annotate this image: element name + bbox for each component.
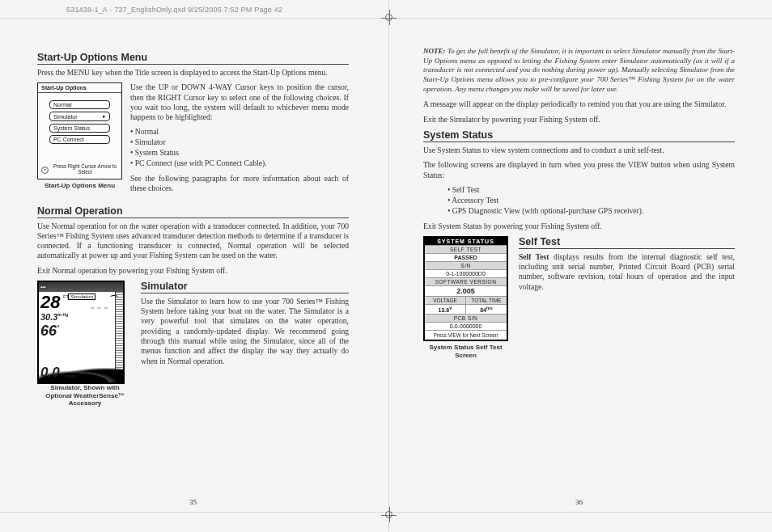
startup-option-normal: Normal: [49, 100, 110, 109]
crop-register-bottom: [385, 511, 392, 518]
cursor-icon: •: [41, 167, 49, 174]
self-test-bold-lead: Self Test: [519, 252, 549, 261]
self-test-pcb-label: PCB S/N: [425, 314, 507, 322]
sim-depth: 28: [40, 292, 60, 313]
bullet-text: GPS Diagnostic View (with optional-purch…: [452, 206, 644, 215]
self-test-time-label: TOTAL TIME: [466, 296, 507, 304]
startup-option-label: System Status: [53, 125, 90, 131]
figure-caption-selftest: System Status Self Test Screen: [423, 344, 508, 359]
self-test-para-text: displays results from the internal diagn…: [519, 252, 735, 291]
document-slug: 531438-1_A - 737_EnglishOnly.qxd 9/25/20…: [66, 6, 282, 14]
bullet-text: Normal: [135, 127, 159, 136]
bullet-item: • GPS Diagnostic View (with optional-pur…: [448, 206, 735, 217]
bullet-item: • Accessory Test: [448, 196, 735, 206]
figure-startup-menu: Start-Up Options Normal Simulator▸ Syste…: [37, 82, 122, 190]
figure-caption-simulator: Simulator, Shown with Optional WeatherSe…: [37, 384, 133, 407]
system-status-para1: Use System Status to view system connect…: [423, 146, 735, 155]
self-test-title: SYSTEM STATUS: [425, 238, 507, 245]
system-status-bullets: • Self Test • Accessory Test • GPS Diagn…: [448, 185, 735, 217]
system-status-exit: Exit System Status by powering your Fish…: [423, 222, 735, 231]
sim-topbar: ▪▪▪: [39, 285, 47, 289]
crop-register-top: [385, 14, 392, 21]
startup-option-simulator: Simulator▸: [49, 112, 110, 121]
note-paragraph: NOTE: To get the full benefit of the Sim…: [423, 47, 735, 94]
bullet-item: • Self Test: [448, 185, 735, 196]
self-test-time: 84hrs: [466, 304, 507, 314]
note-label: NOTE:: [423, 47, 446, 55]
bullet-text: PC Connect (use with PC Connect Cable).: [135, 158, 267, 167]
sim-pressure: 30.3in-Hg: [40, 312, 68, 322]
bullet-text: Accessory Test: [452, 196, 498, 205]
startup-option-label: Normal: [53, 102, 72, 108]
startup-option-system-status: System Status: [49, 124, 110, 133]
startup-option-label: PC Connect: [53, 137, 84, 142]
bullet-text: Self Test: [452, 185, 480, 194]
heading-normal: Normal Operation: [37, 205, 349, 218]
normal-para1: Use Normal operation for on the water op…: [37, 222, 349, 261]
self-test-sw: 2.005: [425, 285, 507, 296]
self-test-label: SELF TEST: [425, 245, 507, 253]
sim-temp: 66°: [40, 323, 59, 340]
page-number-right: 36: [575, 498, 583, 506]
self-test-pass: PASSED: [425, 253, 507, 261]
normal-para2: Exit Normal operation by powering your F…: [37, 266, 349, 276]
exit-sim-para: Exit the Simulator by powering your Fish…: [423, 115, 735, 125]
page-number-left: 35: [189, 498, 197, 506]
self-test-volt: 13.8V: [425, 304, 466, 314]
page-left: Start-Up Options Menu Press the MENU key…: [0, 32, 386, 500]
self-test-footer: Press VIEW for Next Screen: [425, 330, 507, 340]
birds-icon: ~ ~ ~: [91, 305, 108, 312]
sim-tag: Simulation: [68, 293, 95, 300]
figure-self-test: SYSTEM STATUS SELF TEST PASSED S/N 0-1-1…: [423, 236, 508, 360]
figure-caption-startup: Start-Up Options Menu: [37, 182, 122, 190]
startup-screen-title: Start-Up Options: [38, 83, 121, 93]
simulator-para1: Use the Simulator to learn how to use yo…: [141, 297, 349, 366]
message-para: A message will appear on the display per…: [423, 99, 735, 109]
figure-simulator-screen: ▪▪▪ 28 FT Simulation 30.3in-Hg 66° ~ ~ ~…: [37, 281, 125, 384]
startup-screen-mock: Start-Up Options Normal Simulator▸ Syste…: [37, 82, 122, 179]
sim-speed: 0.0: [40, 365, 60, 381]
self-test-sw-label: SOFTWARE VERSION: [425, 277, 507, 285]
heading-self-test: Self Test: [519, 236, 735, 249]
page-spread: Start-Up Options Menu Press the MENU key…: [0, 32, 772, 500]
heading-system-status: System Status: [423, 129, 735, 142]
startup-option-pc-connect: PC Connect: [49, 135, 110, 144]
bullet-text: Simulator: [135, 137, 166, 146]
heading-startup: Start-Up Options Menu: [37, 52, 349, 65]
self-test-screen-mock: SYSTEM STATUS SELF TEST PASSED S/N 0-1-1…: [423, 236, 508, 341]
system-status-para2: The following screens are displayed in t…: [423, 160, 735, 180]
self-test-sn-label: S/N: [425, 261, 507, 269]
bullet-text: System Status: [135, 148, 179, 157]
startup-footer-hint: Press Right Cursor Arrow to Select: [52, 164, 118, 175]
startup-option-label: Simulator: [53, 114, 78, 120]
startup-intro: Press the MENU key when the Title screen…: [37, 68, 349, 78]
chevron-right-icon: ▸: [103, 113, 106, 120]
heading-simulator: Simulator: [141, 281, 349, 293]
self-test-volt-label: VOLTAGE: [425, 296, 466, 304]
self-test-pcb: 0-0-0000000: [425, 322, 507, 330]
note-text: To get the full benefit of the Simulator…: [423, 47, 735, 93]
self-test-para1: Self Test displays results from the inte…: [519, 252, 735, 292]
page-right: NOTE: To get the full benefit of the Sim…: [386, 32, 772, 500]
self-test-sn: 0-1-1000000D0: [425, 269, 507, 277]
sim-speed-unit: mph: [65, 374, 75, 378]
